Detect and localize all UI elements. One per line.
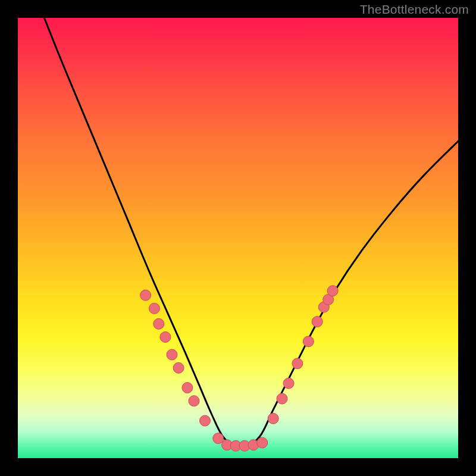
bottleneck-curve xyxy=(44,18,458,446)
data-dot xyxy=(140,290,151,300)
data-dot xyxy=(303,336,314,347)
data-dot xyxy=(257,437,268,448)
data-dot xyxy=(167,349,177,360)
data-dot xyxy=(327,286,338,296)
data-dot xyxy=(268,413,278,424)
dots-layer xyxy=(140,286,338,452)
chart-svg xyxy=(18,18,458,458)
plot-area xyxy=(18,18,458,458)
curve-layer xyxy=(44,18,458,446)
data-dot xyxy=(154,318,164,329)
data-dot xyxy=(149,303,159,314)
data-dot xyxy=(200,415,211,426)
data-dot xyxy=(292,358,303,369)
data-dot xyxy=(189,396,199,406)
data-dot xyxy=(283,378,294,389)
data-dot xyxy=(173,362,184,373)
data-dot xyxy=(312,317,322,327)
data-dot xyxy=(213,433,224,444)
data-dot xyxy=(277,393,287,404)
data-dot xyxy=(182,383,193,393)
data-dot xyxy=(160,332,171,343)
watermark-text: TheBottleneck.com xyxy=(360,2,469,17)
chart-frame: TheBottleneck.com xyxy=(0,0,476,476)
